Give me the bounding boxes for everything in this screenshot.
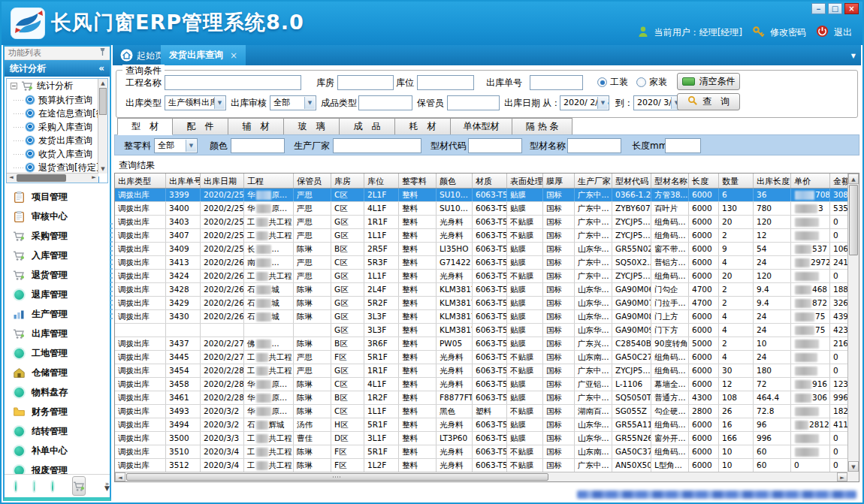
tree-horizontal-scrollbar[interactable]: ◄► <box>7 173 98 183</box>
scroll-down-icon[interactable]: ▼ <box>848 461 859 472</box>
column-header[interactable]: 工程 <box>244 174 294 188</box>
material-tab[interactable]: 配 件 <box>173 118 228 135</box>
column-header[interactable]: 长度 <box>689 174 719 188</box>
table-row[interactable]: 调拨出库34582020/2/28华原...陈琳C区4L1F整料光身料6063-… <box>115 378 847 391</box>
logout-link[interactable]: 退出 <box>834 26 852 39</box>
key-icon[interactable] <box>752 26 765 40</box>
material-tab[interactable]: 玻 璃 <box>284 118 340 135</box>
table-row[interactable]: G区3L3F整料KLM38176063-T5贴膜国标山东华...GA90M09.… <box>115 324 847 337</box>
column-header[interactable]: 表面处理 <box>507 174 543 188</box>
sidebar-menu-item[interactable]: 工地管理 <box>5 343 110 363</box>
table-row[interactable]: 调拨出库34942020/3/2石辉城汤伟H区5R1F整料光身料6063-T5贴… <box>115 418 847 432</box>
power-icon[interactable] <box>816 25 829 40</box>
warehouse-input[interactable] <box>337 75 394 90</box>
sidebar-menu-item[interactable]: 入库管理 <box>5 246 110 265</box>
table-row[interactable]: 调拨出库34452020/2/27工共工程严思F区5R1F整料光身料6063-T… <box>115 351 847 364</box>
tree-expand-icon[interactable] <box>11 83 17 89</box>
sidebar-menu-item[interactable]: 审核中心 <box>5 207 110 226</box>
table-row[interactable]: 调拨出库35122020/3/4工共工程陈琳F区1L2F整料光身料6063-T5… <box>115 459 847 472</box>
table-row[interactable]: 调拨出库34282020/2/26石城陈琳G区2L4F整料KLM38176063… <box>115 283 847 297</box>
manufacturer-input[interactable] <box>333 138 421 153</box>
tab-list-dropdown-icon[interactable]: ▼ <box>851 53 856 59</box>
vertical-scrollbar[interactable]: ▲ ▼ <box>847 174 859 472</box>
date-to-select[interactable]: 2020/ 3/16▼ <box>633 95 683 110</box>
column-header[interactable]: 库位 <box>364 174 399 188</box>
sidebar-menu-item[interactable]: 报废管理 <box>5 460 110 474</box>
tab-shipping-outbound-query[interactable]: 发货出库查询 × <box>161 45 246 65</box>
collapse-icon[interactable]: « <box>98 63 104 74</box>
table-row[interactable]: 调拨出库34242020/2/26工共工程严思G区1L1F整料光身料6063-T… <box>115 270 847 283</box>
sidebar-menu-item[interactable]: 项目管理 <box>5 187 110 207</box>
radio-jiazhuang[interactable]: 家装 <box>636 76 667 89</box>
column-header[interactable]: 出库类型 <box>115 174 166 188</box>
column-header[interactable]: 颜色 <box>437 174 473 188</box>
column-header[interactable]: 库房 <box>331 174 364 188</box>
sidebar-menu-item[interactable]: 补单中心 <box>5 441 110 460</box>
cart-button[interactable] <box>72 476 86 496</box>
project-name-input[interactable] <box>165 75 301 90</box>
overflow-chevron-icon[interactable]: »▼ <box>104 481 110 490</box>
table-row[interactable]: 调拨出库34072020/2/25工共工程严思G区1L1F整料光身料6063-T… <box>115 229 847 243</box>
whole-part-select[interactable]: 全部▼ <box>154 138 198 153</box>
scroll-right-icon[interactable]: ► <box>837 472 847 481</box>
sidebar-menu-item[interactable]: 退货管理 <box>5 265 110 285</box>
outbound-type-select[interactable]: 生产领料出库▼ <box>165 95 226 110</box>
close-button[interactable]: × <box>844 3 859 14</box>
maximize-button[interactable]: □ <box>828 3 842 14</box>
search-button[interactable]: 查 询 <box>677 93 740 110</box>
length-mm-input[interactable] <box>665 138 701 153</box>
location-input[interactable] <box>417 75 474 90</box>
table-row[interactable]: 调拨出库34302020/2/26石城陈琳G区3L3F整料KLM38176063… <box>115 310 847 324</box>
table-row[interactable]: 调拨出库34002020/2/25华原...严思C区4L1F整料SU10...6… <box>115 202 847 216</box>
column-header[interactable]: 单价 <box>791 174 830 188</box>
sidebar-menu-item[interactable]: 生产管理 <box>5 304 110 324</box>
column-header[interactable]: 整零料 <box>399 174 437 188</box>
product-type-input[interactable] <box>358 95 412 110</box>
table-row[interactable]: 调拨出库35002020/3/3工共工程曹佳D区3L1F整料LT3P606063… <box>115 432 847 445</box>
column-header[interactable]: 出库单号 <box>166 174 201 188</box>
scroll-up-icon[interactable]: ▲ <box>848 174 859 184</box>
tree-item[interactable]: 发货出库查询 <box>7 134 107 147</box>
vertical-scroll-thumb[interactable] <box>849 185 858 255</box>
column-header[interactable]: 膜厚 <box>543 174 575 188</box>
close-tab-icon[interactable]: × <box>230 50 237 61</box>
sidebar-menu-item[interactable]: 出库管理 <box>5 324 110 343</box>
table-row[interactable]: 调拨出库34542020/2/28工共工程严思G区1R1F整料光身料6063-T… <box>115 364 847 378</box>
sidebar-menu-item[interactable]: 结转管理 <box>5 421 110 441</box>
tree-vertical-scrollbar[interactable]: ▲▼ <box>98 79 107 174</box>
column-header[interactable]: 材质 <box>473 174 507 188</box>
column-header[interactable]: 生产厂家 <box>575 174 612 188</box>
material-tab[interactable]: 单体型材 <box>451 118 512 135</box>
column-header[interactable]: 出库日期 <box>201 174 244 188</box>
table-row[interactable]: 调拨出库34132020/2/26南...严思C区5R3F整料G71422606… <box>115 256 847 270</box>
table-row[interactable]: 调拨出库33992020/2/25华原...严思C区2L1F整料SU10...6… <box>115 189 847 202</box>
profile-code-input[interactable] <box>468 138 522 153</box>
pin-icon[interactable] <box>99 47 106 59</box>
tree-item[interactable]: 预算执行查询 <box>7 93 107 107</box>
column-header[interactable]: 数量 <box>719 174 754 188</box>
column-header[interactable]: 出库长度 <box>754 174 791 188</box>
section-header[interactable]: 统计分析 « <box>5 60 110 77</box>
scroll-left-icon[interactable]: ◄ <box>115 472 125 481</box>
sidebar-menu-item[interactable]: 物料盘存 <box>5 382 110 402</box>
sidebar-menu-item[interactable]: 采购管理 <box>5 226 110 246</box>
material-tab[interactable]: 型 材 <box>117 118 173 135</box>
clear-conditions-button[interactable]: 清空条件 <box>677 73 740 90</box>
collapsed-menu-item[interactable] <box>34 481 35 491</box>
table-row[interactable]: 调拨出库34292020/2/26石城陈琳G区5R2F整料KLM38176063… <box>115 297 847 310</box>
table-row[interactable]: 调拨出库34612020/2/28华原...陈琳B区1R2F整料F8877FT6… <box>115 391 847 405</box>
column-header[interactable]: 型材名称 <box>651 174 689 188</box>
column-header[interactable]: 金额 <box>830 174 847 188</box>
column-header[interactable]: 型材代码 <box>612 174 651 188</box>
tree-item[interactable]: 收货入库查询 <box>7 147 107 161</box>
change-password-link[interactable]: 修改密码 <box>770 26 806 39</box>
tree-item[interactable]: 在途信息查询[待 <box>7 107 107 120</box>
tree-root-node[interactable]: 统计分析 <box>7 79 107 93</box>
sidebar-menu-item[interactable]: 财务管理 <box>5 402 110 421</box>
table-row[interactable]: 调拨出库34372020/2/27佛...陈琳B区3R6F整料PW056063-… <box>115 337 847 351</box>
material-tab[interactable]: 耗 材 <box>395 118 451 135</box>
table-row[interactable]: 调拨出库34092020/2/25长...陈琳B区2R5F整料LI35HO606… <box>115 243 847 256</box>
sidebar-menu-item[interactable]: 退库管理 <box>5 285 110 304</box>
material-tab[interactable]: 辅 材 <box>228 118 284 135</box>
radio-gongzhuang[interactable]: 工装 <box>597 76 628 89</box>
